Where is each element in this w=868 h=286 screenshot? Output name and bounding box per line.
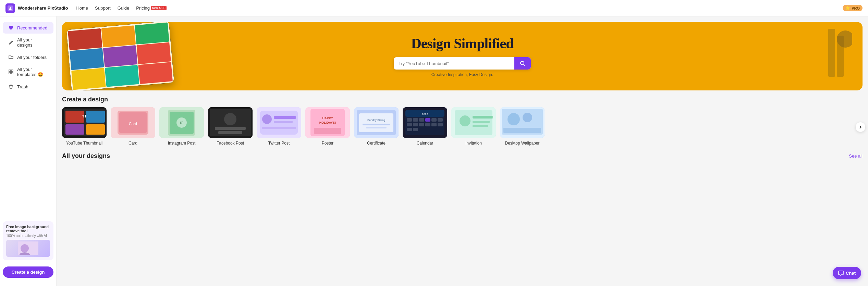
hero-title: Design Simplified xyxy=(394,35,531,52)
tablet-mockup xyxy=(66,22,174,90)
card-img-card: Card xyxy=(111,107,155,138)
design-card-invitation[interactable]: Invitation xyxy=(451,107,496,146)
design-card-certificate[interactable]: Sunday Dining Certificate xyxy=(354,107,399,146)
card-img-facebook-post xyxy=(208,107,253,138)
svg-text:2023: 2023 xyxy=(422,113,428,116)
pro-star-icon: ⭐ xyxy=(845,6,850,10)
create-section-title: Create a design xyxy=(62,96,108,103)
card-img-invitation xyxy=(451,107,496,138)
folder-icon xyxy=(8,54,14,60)
svg-rect-47 xyxy=(359,113,393,132)
chat-label: Chat xyxy=(846,271,856,276)
design-card-desktop-wallpaper[interactable]: Desktop Wallpaper xyxy=(500,107,545,146)
nav-guide[interactable]: Guide xyxy=(118,5,130,11)
card-label-certificate: Certificate xyxy=(354,141,399,146)
svg-text:HOLIDAYS!: HOLIDAYS! xyxy=(319,121,336,124)
card-label-twitter-post: Twitter Post xyxy=(257,141,301,146)
design-card-facebook-post[interactable]: Facebook Post xyxy=(208,107,253,146)
svg-rect-33 xyxy=(218,131,242,134)
svg-point-31 xyxy=(224,113,236,125)
card-img-twitter-post xyxy=(257,107,301,138)
svg-rect-73 xyxy=(473,121,490,123)
svg-rect-15 xyxy=(65,111,84,123)
svg-rect-4 xyxy=(11,72,13,74)
svg-line-9 xyxy=(524,64,525,66)
card-label-facebook-post: Facebook Post xyxy=(208,141,253,146)
search-input[interactable] xyxy=(394,58,514,70)
promo-title: Free image background remove tool xyxy=(6,225,50,233)
see-all-link[interactable]: See all xyxy=(849,153,863,159)
nav-support[interactable]: Support xyxy=(95,5,111,11)
svg-rect-74 xyxy=(473,125,488,127)
svg-rect-10 xyxy=(828,29,835,77)
hero-banner: Design Simplified Creative Inspiration, … xyxy=(62,22,863,90)
svg-rect-39 xyxy=(262,127,296,129)
thumb-3 xyxy=(135,23,169,45)
promo-subtitle: 100% automatically with AI xyxy=(6,234,50,238)
logo[interactable]: Wondershare PixStudio xyxy=(5,3,68,13)
all-designs-section: All your designs See all xyxy=(62,152,863,160)
svg-point-8 xyxy=(521,61,524,65)
sidebar-item-all-folders[interactable]: All your folders xyxy=(3,51,53,63)
svg-text:Card: Card xyxy=(129,122,137,126)
thumb-8 xyxy=(105,65,139,87)
topnav: Wondershare PixStudio Home Support Guide… xyxy=(0,0,868,16)
svg-rect-63 xyxy=(419,123,424,126)
card-label-calendar: Calendar xyxy=(403,141,447,146)
thumb-2 xyxy=(101,25,136,47)
svg-rect-16 xyxy=(86,111,105,123)
design-card-twitter-post[interactable]: Twitter Post xyxy=(257,107,301,146)
sidebar-item-recommended[interactable]: Recommended xyxy=(3,22,53,34)
svg-rect-68 xyxy=(413,128,418,131)
svg-rect-44 xyxy=(314,128,341,134)
nav-pricing[interactable]: Pricing 60% OFF xyxy=(136,5,166,11)
nav-pricing-link[interactable]: Pricing xyxy=(136,5,150,11)
create-design-button[interactable]: Create a design xyxy=(3,266,53,278)
design-card-instagram-post[interactable]: IG Instagram Post xyxy=(159,107,204,146)
design-card-calendar[interactable]: 2023 xyxy=(403,107,447,146)
svg-rect-38 xyxy=(274,121,293,123)
pro-label: PRO xyxy=(852,6,860,10)
design-card-poster[interactable]: HAPPY HOLIDAYS! Poster xyxy=(305,107,350,146)
sidebar-item-all-templates[interactable]: All your templates 🤩 xyxy=(3,64,53,80)
svg-text:IG: IG xyxy=(180,121,184,125)
chat-icon xyxy=(838,270,844,276)
svg-rect-18 xyxy=(86,124,105,135)
sidebar: Recommended All your designs All your fo… xyxy=(0,16,57,286)
search-button[interactable] xyxy=(514,57,531,70)
card-img-youtube-thumbnail: YT xyxy=(62,107,107,138)
svg-rect-59 xyxy=(431,118,437,122)
pro-badge[interactable]: ⭐ PRO xyxy=(843,5,863,11)
sidebar-item-all-designs[interactable]: All your designs xyxy=(3,34,53,51)
svg-point-6 xyxy=(21,244,29,252)
design-card-card[interactable]: Card Card xyxy=(111,107,155,146)
svg-point-78 xyxy=(508,113,520,125)
grid-icon xyxy=(8,69,14,75)
tablet-screen xyxy=(66,22,174,90)
svg-rect-64 xyxy=(425,123,430,126)
sidebar-all-folders-label: All your folders xyxy=(17,55,47,60)
promo-image xyxy=(6,240,50,257)
thumb-1 xyxy=(68,28,102,50)
scroll-right-arrow[interactable] xyxy=(856,122,865,132)
sidebar-item-trash[interactable]: Trash xyxy=(3,81,53,92)
card-label-invitation: Invitation xyxy=(451,141,496,146)
svg-rect-37 xyxy=(274,116,296,119)
hero-subtitle: Creative Inspiration, Easy Design. xyxy=(394,72,531,77)
svg-rect-56 xyxy=(413,118,418,122)
trash-icon xyxy=(8,84,14,89)
card-label-card: Card xyxy=(111,141,155,146)
svg-rect-57 xyxy=(419,118,424,122)
card-label-youtube-thumbnail: YouTube Thumbnail xyxy=(62,141,107,146)
main-content: Design Simplified Creative Inspiration, … xyxy=(57,16,868,286)
svg-rect-77 xyxy=(503,128,541,133)
pencil-icon xyxy=(8,40,14,45)
card-label-poster: Poster xyxy=(305,141,350,146)
card-img-instagram-post: IG xyxy=(159,107,204,138)
svg-rect-66 xyxy=(438,123,443,126)
nav-home[interactable]: Home xyxy=(76,5,88,11)
chat-button[interactable]: Chat xyxy=(833,267,861,279)
nav-links: Home Support Guide Pricing 60% OFF xyxy=(76,5,166,11)
design-card-youtube-thumbnail[interactable]: YT YouTube Thumbnail xyxy=(62,107,107,146)
svg-rect-17 xyxy=(65,124,84,135)
